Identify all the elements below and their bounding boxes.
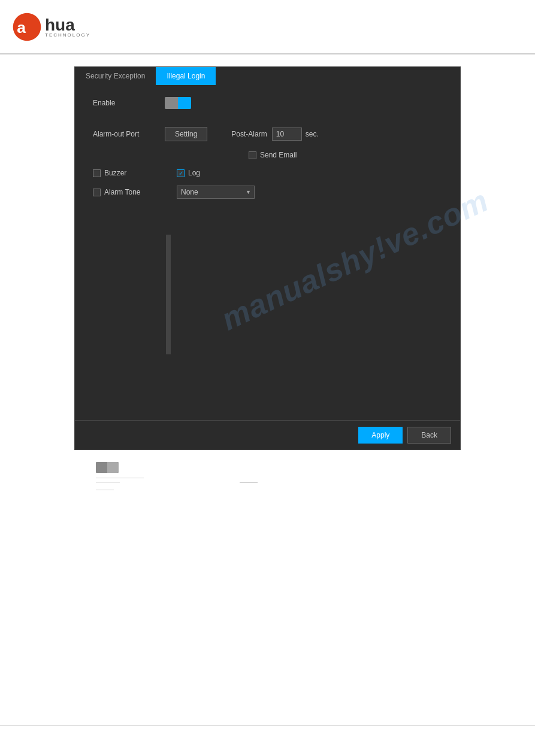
toggle-right-part: [178, 97, 191, 109]
enable-row: Enable: [93, 97, 442, 109]
logo-text-container: hua TECHNOLOGY: [45, 16, 90, 38]
back-button[interactable]: Back: [407, 427, 451, 444]
toggle-left-part: [165, 97, 178, 109]
logo-brand-text: hua: [45, 16, 75, 34]
alarm-tone-checkbox[interactable]: [93, 189, 101, 196]
apply-button[interactable]: Apply: [358, 427, 403, 444]
alarm-tone-label: Alarm Tone: [104, 188, 140, 196]
main-content: Security Exception Illegal Login manuals…: [0, 54, 535, 506]
alarm-tone-checkbox-item[interactable]: Alarm Tone: [93, 188, 177, 196]
enable-label: Enable: [93, 99, 165, 107]
alarm-tone-select[interactable]: None: [177, 186, 255, 199]
logo-sub-text: TECHNOLOGY: [45, 32, 90, 38]
send-email-checkbox[interactable]: [249, 151, 256, 159]
tab-illegal-login[interactable]: Illegal Login: [156, 67, 216, 85]
bottom-rule: [0, 725, 535, 726]
panel-footer: Apply Back: [75, 420, 460, 450]
alarm-tone-select-wrapper: None: [177, 186, 255, 199]
post-alarm-unit: sec.: [306, 130, 319, 138]
header: a hua TECHNOLOGY: [0, 0, 535, 54]
tab-bar: Security Exception Illegal Login: [75, 67, 460, 85]
log-checkbox-item[interactable]: Log: [177, 169, 200, 177]
tab-security-exception[interactable]: Security Exception: [75, 67, 156, 85]
small-toggle: [96, 462, 119, 473]
enable-toggle[interactable]: [165, 97, 191, 109]
line-1: [96, 478, 144, 478]
send-email-checkbox-item[interactable]: Send Email: [249, 151, 297, 159]
post-alarm-input[interactable]: [272, 127, 302, 141]
line-3: [240, 482, 258, 482]
watermark: manualshy!ve.com: [216, 182, 494, 337]
panel-body: manualshy!ve.com Enable Alarm-out Port S…: [75, 85, 460, 420]
log-checkbox[interactable]: [177, 169, 185, 177]
dahua-logo-icon: a: [12, 12, 42, 42]
setting-button[interactable]: Setting: [165, 127, 207, 141]
send-email-label: Send Email: [260, 151, 297, 159]
logo: a hua TECHNOLOGY: [12, 12, 90, 42]
small-toggle-container: [96, 462, 439, 473]
buzzer-checkbox[interactable]: [93, 169, 101, 177]
post-alarm-label: Post-Alarm: [231, 130, 267, 138]
line-4: [96, 490, 114, 490]
log-label: Log: [188, 169, 200, 177]
buzzer-checkbox-item[interactable]: Buzzer: [93, 169, 177, 177]
buzzer-log-row: Buzzer Log: [93, 169, 442, 177]
svg-text:a: a: [17, 19, 26, 37]
alarm-out-port-row: Alarm-out Port Setting Post-Alarm sec.: [93, 127, 442, 141]
alarm-tone-row: Alarm Tone None: [93, 186, 442, 199]
small-toggle-left: [96, 462, 107, 473]
post-alarm-container: Post-Alarm sec.: [231, 127, 318, 141]
send-email-row: Send Email: [249, 151, 442, 159]
settings-panel: Security Exception Illegal Login manuals…: [74, 66, 461, 450]
alarm-out-port-label: Alarm-out Port: [93, 130, 165, 138]
small-toggle-right: [107, 462, 119, 473]
below-panel-area: [48, 462, 487, 490]
line-2: [96, 482, 120, 482]
buzzer-label: Buzzer: [104, 169, 126, 177]
